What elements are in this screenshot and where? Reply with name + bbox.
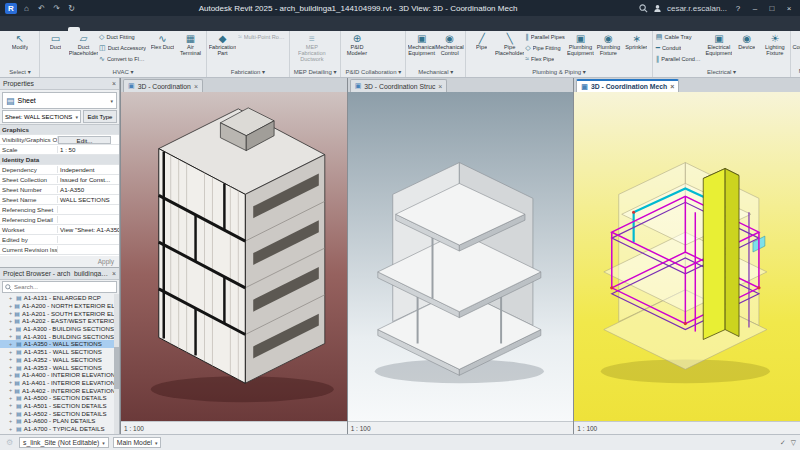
panel-label-pid[interactable]: P&ID Collaboration ▾	[343, 68, 403, 77]
panel-label-electrical[interactable]: Electrical ▾	[655, 68, 789, 77]
plumbing-equipment-button[interactable]: ▣Plumbing Equipment	[567, 32, 594, 57]
flex-duct-button[interactable]: ∿Flex Duct	[149, 32, 176, 57]
browser-sheet-item[interactable]: + ▤ A1-A301 - BUILDING SECTIONS	[0, 332, 114, 340]
property-row[interactable]: Current Revision Issu...	[0, 245, 119, 255]
expand-icon[interactable]: +	[9, 349, 14, 355]
panel-label-model[interactable]: Model	[793, 68, 800, 77]
expand-icon[interactable]: +	[9, 333, 14, 339]
property-value[interactable]: A1-A350	[58, 186, 119, 193]
expand-icon[interactable]: +	[9, 341, 14, 347]
property-row[interactable]: Workset View "Sheet: A1-A350..."	[0, 225, 119, 235]
cable-tray-button[interactable]: ▤Cable Tray	[655, 32, 705, 42]
property-row[interactable]: Sheet Number A1-A350	[0, 185, 119, 195]
browser-sheet-item[interactable]: + ▤ A1-A202 - EAST/WEST EXTERIOR ELEVAT.…	[0, 317, 114, 325]
expand-icon[interactable]: +	[9, 426, 14, 432]
browser-sheet-item[interactable]: + ▤ A1-A200 - NORTH EXTERIOR ELEVATION	[0, 302, 114, 310]
scale-control[interactable]: 1 : 100	[577, 425, 597, 432]
browser-sheet-item[interactable]: + ▤ A1-A500 - SECTION DETAILS	[0, 394, 114, 402]
expand-icon[interactable]: +	[9, 410, 14, 416]
lighting-fixture-button[interactable]: ☀Lighting Fixture	[761, 32, 788, 57]
undo-icon[interactable]: ↶	[36, 4, 47, 13]
property-row[interactable]: Referencing Detail	[0, 215, 119, 225]
flex-pipe-button[interactable]: ≈Flex Pipe	[524, 54, 566, 64]
property-row[interactable]: Dependency Independent	[0, 165, 119, 175]
scale-control[interactable]: 1 : 100	[351, 425, 371, 432]
convert-to-flex-duct-button[interactable]: ∿Convert to Flex Duct	[98, 54, 148, 64]
view-canvas-struc[interactable]	[348, 92, 574, 421]
search-input[interactable]	[14, 284, 114, 290]
expand-icon[interactable]: +	[9, 295, 14, 301]
pid-modeler-button[interactable]: ⊕P&ID Modeler	[343, 32, 370, 57]
edit-type-button[interactable]: Edit Type	[83, 110, 117, 123]
duct-placeholder-button[interactable]: ▱Duct Placeholder	[70, 32, 97, 57]
fabrication-part-button[interactable]: ◆Fabrication Part	[209, 32, 236, 57]
plumbing-fixture-button[interactable]: ◉Plumbing Fixture	[595, 32, 622, 57]
pipe-button[interactable]: ╱Pipe	[468, 32, 495, 57]
duct-fitting-button[interactable]: ◇Duct Fitting	[98, 32, 148, 42]
mep-fabrication-ductwork-stiffener-button[interactable]: ≡MEP Fabrication Ductwork Stiffener	[292, 32, 332, 65]
close-icon[interactable]: ×	[194, 83, 198, 90]
property-row[interactable]: Referencing Sheet	[0, 205, 119, 215]
panel-label-mechanical[interactable]: Mechanical ▾	[408, 68, 463, 77]
expand-icon[interactable]: +	[9, 387, 12, 393]
pipe-fitting-button[interactable]: ◇Pipe Fitting	[524, 43, 566, 53]
view-tab-coordination-struc[interactable]: ▣ 3D - Coordination Struc ×	[350, 79, 448, 92]
property-row[interactable]: Sheet Name WALL SECTIONS	[0, 195, 119, 205]
browser-sheet-item[interactable]: + ▤ A1-A600 - PLAN DETAILS	[0, 417, 114, 425]
signed-in-user[interactable]: cesar.r.escalan...	[667, 4, 727, 13]
expand-icon[interactable]: +	[9, 395, 14, 401]
duct-button[interactable]: ▭Duct	[42, 32, 69, 57]
view-tab-coordination-mech[interactable]: ▣ 3D - Coordination Mech ×	[576, 79, 679, 92]
air-terminal-button[interactable]: ▦Air Terminal	[177, 32, 204, 57]
property-value[interactable]: View "Sheet: A1-A350..."	[58, 226, 119, 233]
apply-button[interactable]: Apply	[98, 258, 114, 265]
modify-button[interactable]: ↖Modify	[3, 32, 37, 51]
view-canvas-coordination[interactable]	[121, 92, 347, 421]
expand-icon[interactable]: +	[9, 326, 14, 332]
browser-sheet-item[interactable]: + ▤ A1-A700 - TYPICAL DETAILS	[0, 425, 114, 433]
filter-icon[interactable]: ▽	[791, 439, 796, 447]
sync-icon[interactable]: ↻	[66, 4, 77, 13]
browser-sheet-item[interactable]: + ▤ A1-A401 - INTERIOR ELEVATIONS	[0, 379, 114, 387]
panel-label-hvac[interactable]: HVAC ▾	[42, 68, 204, 77]
project-browser-header[interactable]: Project Browser - arch_buildinga1_144104…	[0, 268, 119, 280]
close-icon[interactable]: ×	[112, 270, 116, 277]
property-row[interactable]: Sheet Collection Issued for Const...	[0, 175, 119, 185]
expand-icon[interactable]: +	[9, 379, 12, 385]
browser-sheet-item[interactable]: + ▤ A1-A402 - INTERIOR ELEVATIONS	[0, 386, 114, 394]
browser-sheet-item[interactable]: + ▤ A1-A350 - WALL SECTIONS	[0, 340, 114, 348]
parallel-conduits-button[interactable]: ∥Parallel Conduits	[655, 54, 705, 64]
browser-sheet-item[interactable]: + ▤ A1-A400 - INTERIOR ELEVATIONS	[0, 371, 114, 379]
electrical-equipment-button[interactable]: ▣Electrical Equipment	[705, 32, 732, 57]
browser-sheet-item[interactable]: + ▤ A1-A300 - BUILDING SECTIONS	[0, 325, 114, 333]
revit-logo[interactable]: R	[5, 3, 17, 14]
expand-icon[interactable]: +	[9, 310, 12, 316]
browser-sheet-item[interactable]: + ▤ A1-A351 - WALL SECTIONS	[0, 348, 114, 356]
component-button[interactable]: ◆Component	[793, 32, 800, 51]
property-value[interactable]: Edit...	[58, 136, 111, 144]
mechanical-control-device-button[interactable]: ◉Mechanical Control Device	[436, 32, 463, 58]
property-value[interactable]: 1 : 50	[58, 146, 119, 153]
property-row[interactable]: Visibility/Graphics O... Edit...	[0, 135, 119, 145]
panel-label-select[interactable]: Select ▾	[3, 68, 37, 77]
property-value[interactable]: Issued for Const...	[58, 176, 119, 183]
browser-sheet-item[interactable]: + ▤ A1-A353 - WALL SECTIONS	[0, 363, 114, 371]
close-icon[interactable]: ×	[670, 83, 674, 90]
gear-icon[interactable]: ⚙	[4, 438, 15, 447]
close-icon[interactable]: ×	[438, 83, 442, 90]
property-value[interactable]: Independent	[58, 166, 119, 173]
user-avatar-icon[interactable]	[653, 4, 662, 13]
expand-icon[interactable]: +	[9, 303, 12, 309]
sprinkler-button[interactable]: ∗Sprinkler	[623, 32, 650, 57]
search-icon[interactable]	[639, 4, 648, 13]
help-icon[interactable]: ?	[732, 4, 744, 13]
panel-label-plumbing[interactable]: Plumbing & Piping ▾	[468, 68, 650, 77]
view-tab-coordination[interactable]: ▣ 3D - Coordination ×	[123, 79, 203, 92]
browser-sheet-item[interactable]: + ▤ A1-A131 - ENLARGED RCP	[0, 294, 114, 302]
expand-icon[interactable]: +	[9, 372, 12, 378]
scale-control[interactable]: 1 : 100	[124, 425, 144, 432]
instance-filter-select[interactable]: Sheet: WALL SECTIONS ▾	[2, 110, 81, 123]
conduit-button[interactable]: ━Conduit	[655, 43, 705, 53]
expand-icon[interactable]: +	[9, 356, 14, 362]
redo-icon[interactable]: ↷	[51, 4, 62, 13]
